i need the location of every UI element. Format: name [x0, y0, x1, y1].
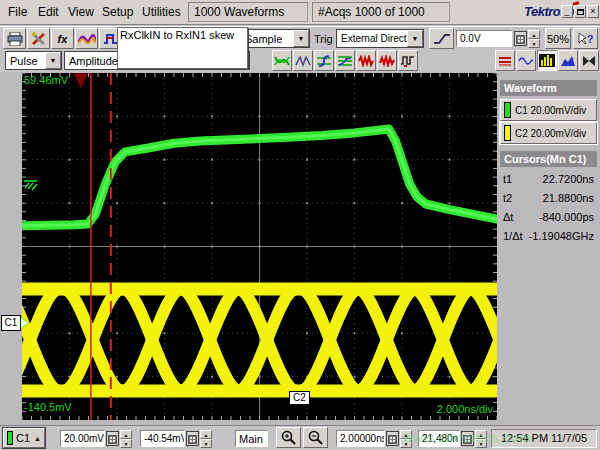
- green-eye-icon: [274, 55, 290, 67]
- step-up-button[interactable]: ▲: [475, 430, 487, 439]
- cursors-toggle-button[interactable]: [495, 50, 515, 71]
- histogram-view-button[interactable]: [537, 50, 557, 71]
- levels-icon: [337, 55, 353, 67]
- trigger-source-value: External Direct: [337, 33, 407, 44]
- setup-tools-button[interactable]: [27, 28, 50, 49]
- eye-measure-button[interactable]: [272, 50, 292, 71]
- waveform-graticule[interactable]: 59.46mV -140.5mV C2 2.000ns/div: [22, 73, 497, 420]
- channel-c2-button[interactable]: C2 20.00mV/div: [500, 122, 597, 144]
- context-help-button[interactable]: ?: [573, 28, 598, 49]
- cursor-label: 1/Δt: [503, 230, 523, 242]
- cursor-label: Δt: [503, 211, 513, 223]
- waveform-view-button[interactable]: [516, 50, 536, 71]
- acquisitions-readout: #Acqs 1000 of 1000: [312, 2, 450, 22]
- close-button[interactable]: ×: [587, 5, 599, 18]
- active-channel-button[interactable]: C1 ▲: [3, 428, 45, 448]
- tools-icon: [31, 32, 47, 46]
- step-down-button[interactable]: ▼: [528, 39, 540, 48]
- cursor-label: t1: [503, 173, 512, 185]
- step-down-button[interactable]: ▼: [200, 439, 212, 448]
- edge-icon: [316, 55, 332, 67]
- c2-trace-badge[interactable]: C2: [289, 391, 310, 405]
- area-icon: [560, 55, 576, 67]
- keypad-icon: [516, 35, 525, 44]
- zoom-out-button[interactable]: [303, 427, 328, 448]
- pulse-train-button[interactable]: [398, 50, 418, 71]
- c2-color-swatch: [504, 125, 511, 141]
- measure-category-select[interactable]: Pulse ▼: [5, 51, 62, 70]
- trigger-source-select[interactable]: External Direct ▼: [336, 29, 424, 48]
- trigger-level-field[interactable]: 0.0V: [456, 30, 512, 47]
- cursor-row-t1: t1 22.7200ns: [500, 171, 596, 189]
- fx-icon: fx: [58, 33, 68, 45]
- acquisition-mode-select[interactable]: Sample ▼: [240, 29, 310, 48]
- noise-measure-button[interactable]: [356, 50, 376, 71]
- chevron-up-icon: ▲: [34, 435, 41, 442]
- c1-top-readout: 59.46mV: [24, 74, 68, 86]
- chevron-down-icon[interactable]: ▼: [293, 30, 309, 47]
- minimize-button[interactable]: _: [561, 5, 573, 18]
- density-view-button[interactable]: [558, 50, 578, 71]
- c1-color-swatch: [504, 102, 511, 118]
- waveform-count-readout: 1000 Waveforms: [188, 2, 308, 22]
- trigger-level-keypad-button[interactable]: [514, 31, 527, 46]
- zoom-in-button[interactable]: [276, 427, 301, 448]
- step-up-button[interactable]: ▲: [200, 430, 212, 439]
- channel-c1-button[interactable]: C1 20.00mV/div: [500, 99, 597, 121]
- acquisition-mode-value: Sample: [241, 33, 293, 45]
- jitter-measure-button[interactable]: [377, 50, 397, 71]
- step-up-button[interactable]: ▲: [528, 30, 540, 39]
- vertical-scale-field[interactable]: 20.00mV/: [60, 430, 105, 447]
- step-down-button[interactable]: ▼: [120, 439, 132, 448]
- cursor-row-t2: t2 21.8800ns: [500, 190, 596, 208]
- red-burst-icon: [358, 55, 374, 67]
- levels-measure-button[interactable]: [335, 50, 355, 71]
- vertical-scale-keypad-button[interactable]: [106, 431, 119, 446]
- timebase-keypad-button[interactable]: [386, 431, 399, 446]
- timebase-scale-field[interactable]: 2.00000ns: [336, 430, 385, 447]
- vertical-position-field[interactable]: -40.54mV: [140, 430, 185, 447]
- pulse-train-icon: [400, 54, 416, 67]
- chevron-down-icon[interactable]: ▼: [407, 30, 423, 47]
- cursor-value: 22.7200ns: [543, 173, 594, 185]
- c2-bottom-readout: -140.5mV: [24, 401, 72, 413]
- math-function-button[interactable]: fx: [51, 28, 74, 49]
- bowtie-mask-icon: [582, 55, 596, 67]
- magnifier-plus-icon: [281, 430, 297, 445]
- horizontal-position-keypad-button[interactable]: [461, 431, 474, 446]
- waveform-display-button[interactable]: [75, 28, 98, 49]
- timebase-view-field[interactable]: Main: [235, 430, 268, 447]
- set-fifty-percent-button[interactable]: 50%: [545, 28, 571, 49]
- cursors-panel-header: Cursors(Mn C1): [500, 151, 597, 167]
- timebase-readout: 2.000ns/div: [437, 403, 493, 415]
- rising-edge-icon: [433, 33, 451, 45]
- outline-eye-icon: [295, 55, 311, 67]
- red-lines-icon: [498, 55, 512, 67]
- waveform-canvas[interactable]: [22, 73, 497, 420]
- chevron-down-icon[interactable]: ▼: [45, 52, 61, 69]
- print-button[interactable]: [3, 28, 26, 49]
- step-up-button[interactable]: ▲: [120, 430, 132, 439]
- cursor-value: 21.8800ns: [543, 192, 594, 204]
- step-up-button[interactable]: ▲: [400, 430, 412, 439]
- toolbar-measure: Pulse ▼ Amplitude: [0, 49, 600, 72]
- red-burst2-icon: [379, 55, 395, 67]
- edge-measure-button[interactable]: [314, 50, 334, 71]
- vertical-position-keypad-button[interactable]: [186, 431, 199, 446]
- mask-view-button[interactable]: [579, 50, 599, 71]
- printer-icon: [7, 32, 23, 46]
- eye-outline-button[interactable]: [293, 50, 313, 71]
- trigger-slope-button[interactable]: [429, 28, 454, 49]
- menu-utilities[interactable]: Utilities: [134, 0, 189, 24]
- c1-reference-marker[interactable]: C1: [1, 315, 28, 332]
- trig-label: Trig: [314, 33, 333, 45]
- histogram-icon: [539, 54, 555, 67]
- keypad-icon: [463, 435, 472, 444]
- measure-category-value: Pulse: [6, 55, 45, 67]
- horizontal-position-field[interactable]: 21,480n: [418, 430, 460, 447]
- restore-button[interactable]: [574, 5, 586, 18]
- step-down-button[interactable]: ▼: [400, 439, 412, 448]
- step-down-button[interactable]: ▼: [475, 439, 487, 448]
- timebase-stepper: ▲ ▼: [400, 430, 412, 448]
- measurement-tooltip: RxClkIN to RxIN1 skew: [117, 27, 248, 69]
